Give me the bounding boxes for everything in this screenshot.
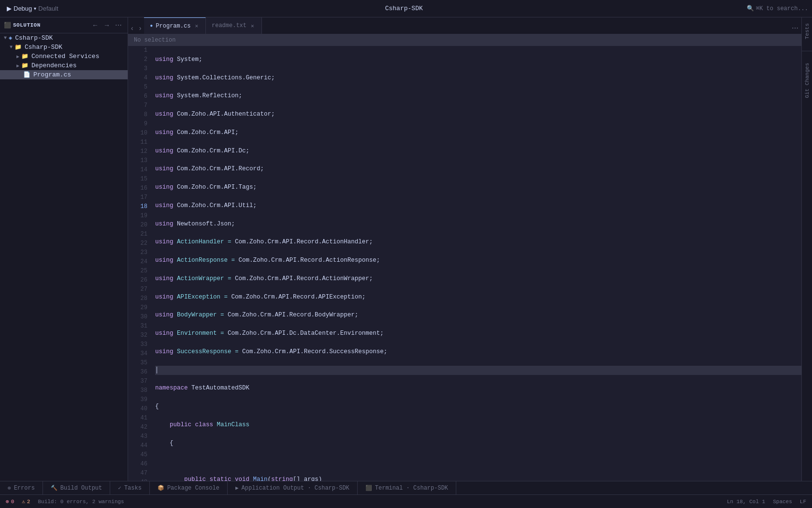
ln15: 15 xyxy=(132,175,147,184)
ln7: 7 xyxy=(132,101,147,110)
program-label: Program.cs xyxy=(33,71,71,78)
tasks-label: Tasks xyxy=(124,485,142,492)
git-changes-tab[interactable]: Git Changes xyxy=(803,61,811,100)
code-line-9: using Com.Zoho.Crm.API.Util; xyxy=(155,201,801,210)
ln12: 12 xyxy=(132,147,147,156)
ln34: 34 xyxy=(132,349,147,359)
position-text: Ln 18, Col 1 xyxy=(727,499,765,505)
chevron-down-icon: ▾ xyxy=(34,6,36,11)
tab-nav-back[interactable]: ‹ xyxy=(128,22,136,34)
tabs-bar: ‹ › ● Program.cs ✕ readme.txt ✕ ⋯ xyxy=(128,17,801,34)
code-line-12: using ActionResponse = Com.Zoho.Crm.API.… xyxy=(155,256,801,265)
sidebar: ⬛ Solution ← → ⋯ ▼ ◈ Csharp-SDK ▼ 📁 Csha… xyxy=(0,17,128,481)
ln11: 11 xyxy=(132,138,147,147)
ln42: 42 xyxy=(132,423,147,432)
build-output-tab[interactable]: 🔨 Build Output xyxy=(43,481,110,494)
ln18: 18 xyxy=(132,202,147,211)
code-line-18: │ xyxy=(155,366,801,375)
search-bar[interactable]: 🔍 ⌘K to search... xyxy=(747,5,808,12)
play-icon: ▶ xyxy=(7,5,12,12)
dependencies-label: Dependencies xyxy=(31,62,77,69)
app-output-label: Application Output · Csharp-SDK xyxy=(242,485,349,492)
ln46: 46 xyxy=(132,460,147,469)
tasks-tab[interactable]: ✓ Tasks xyxy=(110,481,150,494)
ln17: 17 xyxy=(132,193,147,202)
status-left: ⊗ 0 ⚠ 2 Build: 0 errors, 2 warnings xyxy=(4,497,126,506)
dependencies-icon: 📁 xyxy=(21,62,29,69)
warnings-status[interactable]: ⚠ 2 xyxy=(20,497,32,506)
code-line-13: using ActionWrapper = Com.Zoho.Crm.API.R… xyxy=(155,274,801,284)
solution-node-label: Csharp-SDK xyxy=(15,34,53,42)
code-content[interactable]: using System; using System.Collections.G… xyxy=(151,46,801,481)
default-label: Default xyxy=(38,5,58,12)
tab-readme[interactable]: readme.txt ✕ xyxy=(206,17,262,34)
ln30: 30 xyxy=(132,313,147,322)
code-line-22: { xyxy=(155,439,801,448)
code-line-4: using Com.Zoho.API.Authenticator; xyxy=(155,110,801,119)
sidebar-forward-btn[interactable]: → xyxy=(102,20,112,30)
cursor-position[interactable]: Ln 18, Col 1 xyxy=(725,498,767,506)
tree-item-program[interactable]: 📄 Program.cs xyxy=(0,70,128,79)
build-label: Build: 0 errors, 2 warnings xyxy=(38,499,124,505)
ln32: 32 xyxy=(132,331,147,340)
ln5: 5 xyxy=(132,83,147,92)
terminal-tab[interactable]: ⬛ Terminal · Csharp-SDK xyxy=(358,481,456,494)
tab-more-button[interactable]: ⋯ xyxy=(789,22,801,34)
tests-tab[interactable]: Tests xyxy=(803,21,811,41)
tree-item-dependencies[interactable]: ▶ 📁 Dependencies xyxy=(0,61,128,70)
selection-bar: No selection xyxy=(128,34,801,46)
package-console-tab[interactable]: 📦 Package Console xyxy=(150,481,228,494)
project-icon: 📁 xyxy=(14,44,22,51)
tab-program-close[interactable]: ✕ xyxy=(193,22,200,30)
errors-count: 0 xyxy=(11,499,14,505)
sidebar-more-btn[interactable]: ⋯ xyxy=(113,20,124,30)
errors-tab[interactable]: ⊗ Errors xyxy=(0,481,43,494)
app-output-tab[interactable]: ▶ Application Output · Csharp-SDK xyxy=(228,481,358,494)
ln31: 31 xyxy=(132,322,147,331)
ln16: 16 xyxy=(132,184,147,193)
ln45: 45 xyxy=(132,450,147,460)
encoding-type[interactable]: LF xyxy=(798,498,808,506)
terminal-label: Terminal · Csharp-SDK xyxy=(375,485,448,492)
ln37: 37 xyxy=(132,377,147,386)
build-icon: 🔨 xyxy=(51,485,58,491)
toolbar: ▶ Debug ▾ Default Csharp-SDK 🔍 ⌘K to sea… xyxy=(0,0,812,17)
indentation-type[interactable]: Spaces xyxy=(771,498,794,506)
tab-program[interactable]: ● Program.cs ✕ xyxy=(144,17,206,34)
project-label: Csharp-SDK xyxy=(25,44,62,51)
errors-status[interactable]: ⊗ 0 xyxy=(4,497,16,506)
status-right: Ln 18, Col 1 Spaces LF xyxy=(725,498,808,506)
ln2: 2 xyxy=(132,55,147,64)
ln25: 25 xyxy=(132,267,147,276)
sidebar-back-btn[interactable]: ← xyxy=(90,20,101,30)
ln36: 36 xyxy=(132,368,147,377)
code-line-3: using System.Reflection; xyxy=(155,91,801,101)
search-placeholder: ⌘K to search... xyxy=(756,5,808,12)
main-layout: ⬛ Solution ← → ⋯ ▼ ◈ Csharp-SDK ▼ 📁 Csha… xyxy=(0,17,812,481)
ln33: 33 xyxy=(132,340,147,349)
chevron-icon: ▼ xyxy=(10,45,13,50)
tree-item-project[interactable]: ▼ 📁 Csharp-SDK xyxy=(0,43,128,52)
run-button[interactable]: ▶ Debug ▾ Default xyxy=(4,4,61,13)
ln13: 13 xyxy=(132,156,147,165)
ln19: 19 xyxy=(132,211,147,221)
tab-readme-close[interactable]: ✕ xyxy=(249,22,256,30)
vertical-tabs: Tests Git Changes xyxy=(801,17,812,481)
warning-icon: ⚠ xyxy=(22,498,25,505)
tree-item-solution[interactable]: ▼ ◈ Csharp-SDK xyxy=(0,33,128,43)
tasks-icon: ✓ xyxy=(118,485,121,491)
build-status[interactable]: Build: 0 errors, 2 warnings xyxy=(36,498,126,506)
ln22: 22 xyxy=(132,239,147,248)
encoding-text: LF xyxy=(800,499,806,505)
no-selection-text: No selection xyxy=(134,37,175,44)
ln38: 38 xyxy=(132,386,147,395)
chevron-right-icon: ▶ xyxy=(16,54,19,60)
tree-item-connected[interactable]: ▶ 📁 Connected Services xyxy=(0,52,128,61)
code-line-1: using System; xyxy=(155,55,801,64)
warnings-count: 2 xyxy=(27,499,30,505)
tab-program-label: Program.cs xyxy=(156,23,190,30)
code-line-7: using Com.Zoho.Crm.API.Record; xyxy=(155,164,801,174)
code-editor[interactable]: 1 2 3 4 5 6 7 8 9 10 11 12 13 14 15 16 1… xyxy=(128,46,801,481)
package-console-label: Package Console xyxy=(167,485,219,492)
tab-nav-forward[interactable]: › xyxy=(136,22,145,34)
